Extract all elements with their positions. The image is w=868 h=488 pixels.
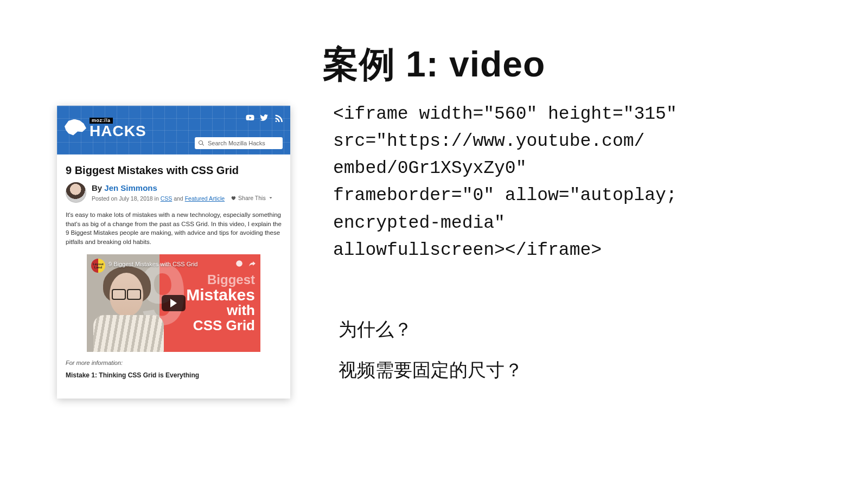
youtube-icon <box>246 113 254 122</box>
channel-badge: Layout Land <box>91 259 105 273</box>
share-label: Share This <box>238 195 266 201</box>
overlay-line-2: Mistakes <box>186 286 255 304</box>
search-input[interactable]: Search Mozilla Hacks <box>195 137 283 149</box>
search-placeholder: Search Mozilla Hacks <box>208 140 265 146</box>
code-line-5: encrypted-media" <box>333 210 756 237</box>
twitter-icon <box>260 113 269 122</box>
meta-and: and <box>172 195 184 202</box>
dino-icon <box>65 119 86 138</box>
article-title: 9 Biggest Mistakes with CSS Grid <box>66 164 282 177</box>
meta-prefix: Posted on July 18, 2018 in <box>92 195 161 202</box>
overlay-line-3: with <box>186 303 255 318</box>
heart-icon <box>231 195 236 201</box>
video-thumbnail[interactable]: 9 Layout Land 9 Biggest Mistakes with CS… <box>87 254 260 352</box>
watch-later-icon <box>235 260 243 267</box>
overlay-line-4: CSS Grid <box>186 318 255 333</box>
code-line-6: allowfullscreen></iframe> <box>333 237 756 264</box>
chevron-down-icon <box>268 195 273 201</box>
hacks-banner: moz://a HACKS Search Mozilla Hacks <box>57 106 290 155</box>
rss-icon <box>274 113 283 122</box>
by-label: By <box>92 183 104 192</box>
avatar <box>66 182 86 203</box>
post-meta: Posted on July 18, 2018 in CSS and Featu… <box>92 195 273 202</box>
search-icon <box>198 140 205 146</box>
presenter-illustration <box>90 263 171 350</box>
byline: By Jen Simmons Posted on July 18, 2018 i… <box>66 182 282 203</box>
author-link[interactable]: Jen Simmons <box>104 183 157 192</box>
share-this[interactable]: Share This <box>231 195 273 201</box>
code-line-3: embed/0Gr1XSyxZy0" <box>333 155 756 182</box>
video-caption: 9 Biggest Mistakes with CSS Grid <box>108 261 197 267</box>
code-line-2: src="https://www.youtube.com/ <box>333 128 756 155</box>
hacks-screenshot: moz://a HACKS Search Mozilla Hacks 9 Big… <box>57 106 290 399</box>
article-intro: It's easy to make lots of mistakes with … <box>66 210 282 247</box>
share-icon <box>248 260 256 267</box>
social-icons <box>246 113 283 122</box>
question-why: 为什么？ <box>339 309 523 350</box>
questions: 为什么？ 视频需要固定的尺寸？ <box>339 309 523 390</box>
code-line-1: <iframe width="560" height="315" <box>333 101 756 128</box>
slide-title: 案例 1: video <box>0 40 868 89</box>
code-line-4: frameborder="0" allow="autoplay; <box>333 182 756 209</box>
video-overlay-title: Biggest Mistakes with CSS Grid <box>186 273 255 333</box>
hacks-wordmark: HACKS <box>90 124 146 139</box>
mistake-1-heading: Mistake 1: Thinking CSS Grid is Everythi… <box>66 371 282 379</box>
iframe-code-sample: <iframe width="560" height="315" src="ht… <box>333 101 756 264</box>
hacks-logo: moz://a HACKS <box>65 118 146 139</box>
more-info-label: For more information: <box>66 359 282 366</box>
overlay-line-1: Biggest <box>186 273 255 286</box>
category-featured-link[interactable]: Featured Article <box>185 195 225 202</box>
video-top-controls <box>235 260 256 267</box>
question-fixed-size: 视频需要固定的尺寸？ <box>339 350 523 390</box>
play-button[interactable] <box>162 295 186 311</box>
category-css-link[interactable]: CSS <box>161 195 173 202</box>
